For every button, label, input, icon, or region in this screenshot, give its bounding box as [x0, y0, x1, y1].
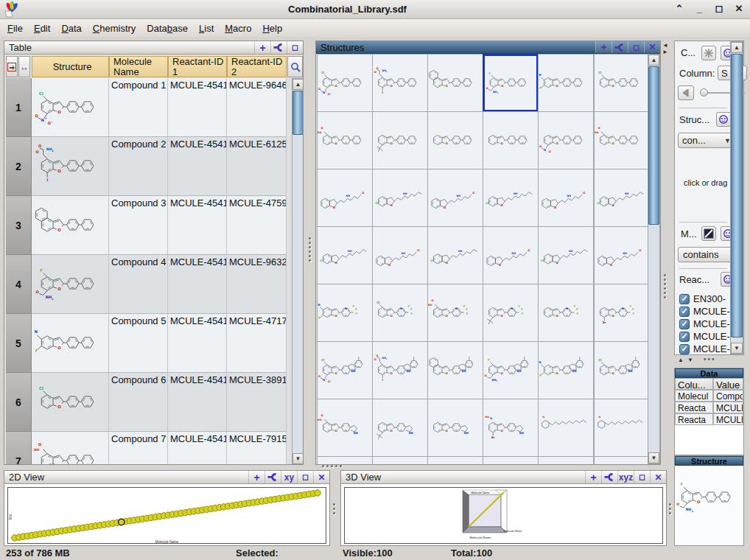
structure-grid-cell[interactable]: ONH: [427, 399, 483, 457]
xyz-axes-icon[interactable]: xyz: [617, 471, 634, 483]
structure-grid-cell[interactable]: N: [317, 456, 373, 464]
molecule-name-cell[interactable]: Compound 2: [109, 137, 168, 196]
structure-grid-cell[interactable]: N: [483, 456, 539, 464]
structure-grid-cell[interactable]: ONHBrHON: [483, 399, 539, 457]
molecule-name-cell[interactable]: Compound 7: [109, 432, 168, 464]
splitter-handle[interactable]: [309, 251, 311, 253]
add-view-icon[interactable]: +: [585, 471, 601, 483]
scroll-up-button[interactable]: ▲: [292, 79, 303, 90]
row-number[interactable]: 7: [6, 432, 32, 464]
reactant-checkbox-item[interactable]: ✓MCULE-: [679, 318, 730, 329]
structure-cell[interactable]: OOONH2I: [32, 137, 109, 196]
splitter-handle[interactable]: [335, 465, 337, 467]
reactant-checkbox-item[interactable]: ✓MCULE-: [679, 306, 730, 317]
splitter-handle[interactable]: [669, 503, 671, 505]
settings-wrench-icon[interactable]: [601, 471, 617, 483]
structure-grid-cell[interactable]: ONH: [427, 341, 483, 399]
maximize-panel-icon[interactable]: ◻: [297, 471, 313, 483]
export-button[interactable]: [6, 56, 18, 77]
drag-dots-icon[interactable]: •••: [704, 355, 716, 363]
splitter-handle[interactable]: [326, 465, 329, 467]
structure-grid-cell[interactable]: N: [594, 456, 650, 464]
structure-grid-cell[interactable]: OOHO: [317, 111, 373, 169]
splitter-collapse-left-icon[interactable]: ◄: [662, 42, 668, 49]
menu-edit[interactable]: Edit: [29, 21, 57, 35]
add-view-icon[interactable]: +: [248, 471, 264, 483]
structure-grid-cell[interactable]: ONFFFCl: [372, 284, 428, 342]
structure-grid-cell[interactable]: ONFFFOHO: [427, 284, 483, 342]
structure-grid-cell[interactable]: ClONH: [538, 226, 594, 284]
row-number[interactable]: 2: [6, 137, 32, 196]
data-column-header[interactable]: Value: [713, 378, 743, 390]
reactant-id1-cell[interactable]: MCULE-4541: [168, 373, 227, 432]
reactant-id1-cell[interactable]: MCULE-4541: [168, 255, 227, 314]
reactant-id1-cell[interactable]: MCULE-4541: [168, 196, 227, 255]
structure-cell[interactable]: OFONH2: [32, 255, 109, 314]
scroll-down-button[interactable]: ▼: [648, 452, 659, 463]
add-view-icon[interactable]: +: [254, 41, 270, 54]
splitter-handle[interactable]: [664, 274, 666, 276]
splitter-collapse-right-icon[interactable]: ►: [662, 49, 668, 55]
structure-grid-cell[interactable]: ClONH: [317, 226, 373, 284]
structure-grid-cell[interactable]: N: [372, 456, 428, 464]
structure-grid-cell[interactable]: ONFFFNF: [317, 284, 373, 342]
structure-grid-cell[interactable]: O: [538, 399, 594, 457]
settings-wrench-icon[interactable]: [611, 41, 628, 53]
reactant-id1-cell[interactable]: MCULE-4541: [168, 314, 227, 373]
scrollbar-thumb[interactable]: [292, 91, 303, 135]
structure-grid-cell[interactable]: ClONH: [427, 226, 483, 284]
settings-wrench-icon[interactable]: [270, 41, 287, 54]
structure-operator-dropdown[interactable]: con...▼: [678, 133, 735, 148]
structure-grid-cell[interactable]: N: [538, 456, 594, 464]
splitter-handle[interactable]: [309, 259, 311, 262]
menu-file[interactable]: File: [3, 21, 29, 35]
structure-grid-cell[interactable]: O: [594, 399, 650, 457]
scatter-plot-3d[interactable]: Molecule NameMolecule NameMolecule Name: [344, 487, 663, 544]
menu-data[interactable]: Data: [57, 21, 88, 35]
splitter-handle[interactable]: [331, 465, 333, 467]
reactant-id1-cell[interactable]: MCULE-4541: [168, 137, 227, 196]
data-column-header[interactable]: Colu...: [675, 378, 713, 390]
molecule-name-cell[interactable]: Compound 3: [109, 196, 168, 255]
scroll-up-button[interactable]: ▲: [731, 42, 743, 53]
reactant-checkbox-item[interactable]: ✓EN300-: [679, 293, 726, 304]
scrollbar-thumb[interactable]: [648, 66, 659, 225]
structure-cell[interactable]: OCl: [32, 373, 109, 432]
maximize-panel-icon[interactable]: ◻: [628, 41, 644, 53]
reactant-id2-cell[interactable]: MCULE-4759: [227, 196, 287, 255]
structure-grid-cell[interactable]: O: [427, 54, 483, 112]
structure-grid-cell[interactable]: ONFFF: [483, 284, 539, 342]
structure-grid-cell[interactable]: ClONH: [372, 169, 428, 227]
slider-left-button[interactable]: [678, 85, 694, 100]
splitter-handle[interactable]: [669, 512, 671, 514]
column-header-0[interactable]: Structure: [32, 56, 109, 77]
close-panel-icon[interactable]: ✕: [644, 41, 660, 53]
reactant-id2-cell[interactable]: MCULE-9632: [227, 255, 287, 314]
menu-chemistry[interactable]: Chemistry: [88, 21, 143, 35]
scroll-up-button[interactable]: ▲: [648, 55, 659, 66]
structure-grid-cell[interactable]: ONOO: [538, 111, 594, 169]
add-view-icon[interactable]: +: [595, 41, 611, 53]
splitter-handle[interactable]: [669, 508, 671, 510]
structure-grid-cell[interactable]: O: [427, 111, 483, 169]
xy-axes-icon[interactable]: xy: [281, 471, 297, 483]
splitter-handle[interactable]: [309, 246, 311, 248]
splitter-handle[interactable]: [664, 283, 666, 285]
scatter-plot-2d[interactable]: Mol...Molecule Name: [7, 487, 326, 544]
structure-grid-cell[interactable]: ONHClN+OO-: [317, 341, 373, 399]
menu-list[interactable]: List: [194, 21, 220, 35]
collapse-up-icon[interactable]: ▲: [678, 357, 684, 363]
molecule-name-cell[interactable]: Compound 1: [109, 78, 168, 137]
column-header-3[interactable]: Reactant-ID 2: [227, 56, 287, 77]
structure-grid-cell[interactable]: ClONH: [483, 169, 539, 227]
structure-grid-cell[interactable]: ONHOONH2I: [372, 341, 428, 399]
maximize-panel-icon[interactable]: ◻: [287, 41, 303, 54]
splitter-handle[interactable]: [309, 255, 311, 257]
structure-grid-cell[interactable]: OONH: [372, 226, 428, 284]
structure-grid-cell[interactable]: ONFFFBr: [594, 284, 650, 342]
molecule-name-cell[interactable]: Compound 4: [109, 255, 168, 314]
structure-grid-cell[interactable]: ClONH: [594, 169, 650, 227]
structure-grid-cell[interactable]: OONH: [594, 226, 650, 284]
molecule-name-cell[interactable]: Compound 6: [109, 373, 168, 432]
structure-options-icon[interactable]: [716, 112, 731, 127]
